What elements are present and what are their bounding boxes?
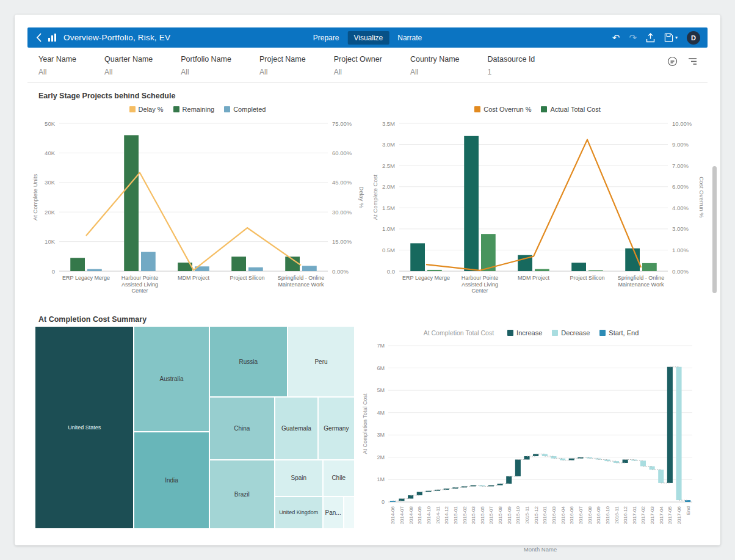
legend-item-completed[interactable]: Completed — [224, 106, 266, 113]
country-treemap[interactable]: United StatesAustraliaIndiaRussiaPeruChi… — [35, 326, 355, 529]
waterfall-bar[interactable] — [444, 489, 449, 490]
scrollbar[interactable] — [712, 166, 717, 293]
svg-text:MDM Project: MDM Project — [177, 275, 209, 281]
svg-text:At Completion Total Cost: At Completion Total Cost — [362, 393, 368, 454]
waterfall-bar[interactable] — [506, 476, 512, 484]
treemap-tile-peru[interactable]: Peru — [288, 326, 355, 397]
treemap-tile-spain[interactable]: Spain — [275, 460, 323, 496]
bar-actual-total-cost[interactable] — [481, 234, 496, 271]
bar-completed[interactable] — [87, 269, 102, 271]
bar-actual-total-cost[interactable] — [427, 270, 442, 271]
tab-prepare[interactable]: Prepare — [307, 31, 346, 45]
section-title-schedule: Early Stage Projects behind Schedule — [38, 92, 708, 100]
treemap-tile-blank[interactable] — [344, 496, 355, 529]
filter-country-name[interactable]: Country NameAll — [410, 55, 460, 76]
header-actions: ↶ ↷ ▾ D — [612, 31, 700, 45]
bar-actual-total-cost[interactable] — [642, 263, 657, 271]
menu-icon[interactable] — [687, 56, 698, 67]
cost-combo-chart[interactable]: Cost Overrun %Actual Total Cost 0.00.00%… — [368, 103, 708, 307]
cost-combo-svg[interactable]: 0.00.00%0.5M1.00%1.0M3.00%1.5M4.00%2.0M6… — [370, 116, 706, 307]
treemap-tile-guatemala[interactable]: Guatemala — [275, 397, 318, 460]
cost-combo-plot[interactable]: 0.00.00%0.5M1.00%1.0M3.00%1.5M4.00%2.0M6… — [370, 116, 706, 307]
waterfall-bar[interactable] — [399, 499, 404, 501]
waterfall-bar[interactable] — [551, 456, 556, 459]
waterfall-bar[interactable] — [623, 460, 628, 463]
line-delay[interactable] — [86, 173, 301, 271]
svg-text:2015-11: 2015-11 — [524, 506, 530, 523]
legend-label: Increase — [516, 329, 542, 336]
waterfall-bar[interactable] — [408, 495, 413, 498]
filter-year-name[interactable]: Year NameAll — [38, 55, 76, 76]
bar-remaining[interactable] — [231, 256, 246, 271]
delay-combo-plot[interactable]: 00.00%10K15.00%20K30.00%30K45.00%40K60.0… — [30, 116, 366, 307]
treemap-tile-brazil[interactable]: Brazil — [209, 460, 275, 529]
legend-item-increase[interactable]: Increase — [507, 329, 542, 336]
line-cost-overrun[interactable] — [426, 140, 641, 271]
bar-remaining[interactable] — [70, 258, 85, 271]
delay-combo-svg[interactable]: 00.00%10K15.00%20K30.00%30K45.00%40K60.0… — [30, 116, 366, 307]
bar-completed[interactable] — [248, 267, 263, 271]
filter-project-owner[interactable]: Project OwnerAll — [334, 55, 382, 76]
legend-item-start-end[interactable]: Start, End — [599, 329, 639, 336]
treemap-tile-australia[interactable]: Australia — [134, 326, 209, 432]
waterfall-bar[interactable] — [650, 466, 655, 469]
bar-at-complete-cost[interactable] — [464, 136, 479, 271]
filter-quarter-name[interactable]: Quarter NameAll — [104, 55, 153, 76]
waterfall-plot[interactable]: 01M2M3M4M5M6M7M2014-062014-072014-082014… — [360, 340, 702, 555]
treemap-tile-pan[interactable]: Pan... — [323, 496, 344, 529]
undo-icon[interactable]: ↶ — [612, 33, 620, 42]
waterfall-bar[interactable] — [560, 459, 565, 460]
cost-waterfall-svg[interactable]: 01M2M3M4M5M6M7M2014-062014-072014-082014… — [360, 340, 702, 555]
waterfall-bar[interactable] — [640, 460, 646, 466]
tab-narrate[interactable]: Narrate — [391, 31, 428, 45]
export-icon[interactable] — [646, 33, 655, 43]
save-button[interactable]: ▾ — [664, 33, 678, 42]
delay-combo-chart[interactable]: Delay %RemainingCompleted 00.00%10K15.00… — [27, 103, 368, 307]
waterfall-bar[interactable] — [488, 485, 494, 487]
treemap-tile-united-kingdom[interactable]: United Kingdom — [275, 496, 323, 529]
bar-completed[interactable] — [302, 266, 317, 271]
bar-completed[interactable] — [141, 252, 156, 271]
waterfall-bar[interactable] — [524, 456, 529, 459]
bar-at-complete-cost[interactable] — [410, 243, 425, 271]
bar-remaining[interactable] — [124, 135, 139, 271]
limit-values-icon[interactable] — [667, 56, 678, 67]
treemap-tile-germany[interactable]: Germany — [318, 397, 355, 460]
legend-item-actual-total-cost[interactable]: Actual Total Cost — [541, 106, 600, 113]
svg-text:15.00%: 15.00% — [332, 238, 352, 245]
waterfall-bar[interactable] — [417, 492, 422, 495]
treemap-tile-russia[interactable]: Russia — [209, 326, 288, 397]
waterfall-bar[interactable] — [471, 485, 476, 487]
filter-portfolio-name[interactable]: Portfolio NameAll — [181, 55, 231, 76]
treemap-tile-chile[interactable]: Chile — [323, 460, 355, 496]
waterfall-bar[interactable] — [533, 454, 538, 456]
svg-text:2015-10: 2015-10 — [515, 506, 521, 524]
treemap-tile-india[interactable]: India — [134, 432, 209, 529]
waterfall-bar[interactable] — [542, 454, 548, 456]
filter-project-name[interactable]: Project NameAll — [259, 55, 306, 76]
svg-text:2017-02: 2017-02 — [640, 506, 646, 524]
waterfall-bar[interactable] — [515, 460, 521, 476]
legend-item-decrease[interactable]: Decrease — [552, 329, 590, 336]
waterfall-bar[interactable] — [658, 470, 664, 483]
back-button[interactable] — [35, 33, 48, 42]
legend-item-cost-overrun[interactable]: Cost Overrun % — [474, 106, 531, 113]
treemap-tile-united-states[interactable]: United States — [35, 326, 134, 529]
avatar[interactable]: D — [687, 31, 700, 45]
waterfall-bar[interactable] — [425, 491, 431, 492]
waterfall-bar[interactable] — [685, 500, 690, 502]
bar-at-complete-cost[interactable] — [571, 263, 586, 271]
filter-datasource-id[interactable]: Datasource Id1 — [488, 55, 535, 76]
cost-waterfall-chart[interactable]: At Completion Total CostIncreaseDecrease… — [355, 326, 708, 555]
app-header: Overview-Portfolio, Risk, EV PrepareVisu… — [27, 27, 708, 48]
redo-icon[interactable]: ↷ — [629, 33, 637, 42]
waterfall-bar[interactable] — [667, 367, 673, 483]
bar-actual-total-cost[interactable] — [535, 269, 549, 271]
tab-visualize[interactable]: Visualize — [347, 31, 389, 45]
legend-item-delay[interactable]: Delay % — [129, 106, 164, 113]
waterfall-bar[interactable] — [676, 367, 681, 500]
bar-actual-total-cost[interactable] — [588, 271, 603, 271]
treemap-tile-china[interactable]: China — [209, 397, 275, 460]
legend-item-remaining[interactable]: Remaining — [173, 106, 215, 113]
svg-text:2014-11: 2014-11 — [435, 506, 441, 523]
